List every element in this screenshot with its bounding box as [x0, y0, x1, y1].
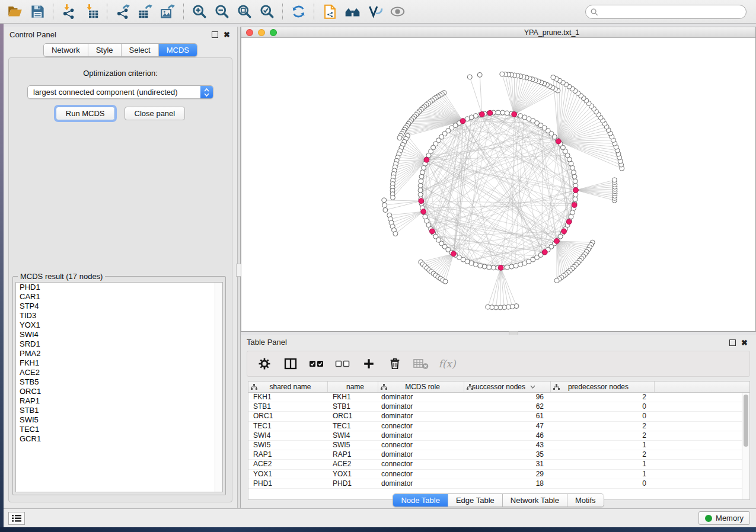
tab-mcds[interactable]: MCDS — [159, 44, 197, 56]
export-image-button[interactable] — [157, 3, 179, 21]
close-panel-action-button[interactable]: Close panel — [125, 107, 186, 120]
network-hub-node[interactable] — [424, 157, 429, 162]
tab-select[interactable]: Select — [122, 44, 159, 56]
mcds-list-scrollbar[interactable] — [215, 283, 222, 492]
share-document-button[interactable] — [318, 3, 341, 21]
window-zoom-traffic-light[interactable] — [270, 29, 277, 36]
zoom-in-button[interactable] — [188, 3, 210, 21]
network-hub-node[interactable] — [419, 198, 424, 204]
show-graphics-button[interactable] — [386, 3, 409, 21]
table-row[interactable]: PHD1PHD1dominator180 — [248, 479, 749, 489]
network-hub-node[interactable] — [487, 110, 493, 116]
table-row[interactable]: STB1STB1dominator620 — [248, 402, 749, 412]
table-row[interactable]: FKH1FKH1dominator962 — [248, 393, 749, 402]
mcds-result-item[interactable]: STB1 — [16, 406, 222, 415]
mcds-result-item[interactable]: ACE2 — [16, 368, 222, 377]
network-hub-node[interactable] — [460, 118, 465, 124]
criterion-dropdown[interactable]: largest connected component (undirected) — [27, 85, 213, 99]
zoom-selected-button[interactable] — [256, 3, 278, 21]
table-row[interactable]: ACE2ACE2connector311 — [248, 460, 749, 469]
mcds-result-item[interactable]: STB5 — [16, 377, 222, 387]
network-hub-node[interactable] — [562, 229, 567, 234]
table-row[interactable]: YOX1YOX1connector291 — [248, 470, 749, 479]
network-hub-node[interactable] — [556, 139, 561, 144]
network-hub-node[interactable] — [451, 251, 457, 257]
network-hub-node[interactable] — [479, 112, 484, 117]
network-hub-node[interactable] — [430, 229, 435, 234]
table-row[interactable]: ORC1ORC1dominator610 — [248, 412, 749, 421]
column-header-successor-nodes[interactable]: successor nodes — [464, 382, 551, 392]
window-minimize-traffic-light[interactable] — [258, 29, 265, 36]
network-hub-node[interactable] — [554, 239, 560, 244]
network-canvas[interactable] — [241, 38, 755, 331]
network-hub-node[interactable] — [512, 112, 517, 117]
open-folder-button[interactable] — [4, 3, 26, 21]
export-network-button[interactable] — [111, 3, 134, 21]
table-scrollbar[interactable] — [742, 393, 749, 499]
zoom-fit-button[interactable] — [233, 3, 256, 21]
search-network-button[interactable] — [341, 3, 363, 21]
column-header-shared-name[interactable]: shared name — [248, 382, 328, 392]
mcds-result-item[interactable]: FKH1 — [16, 358, 222, 368]
table-scrollbar-thumb[interactable] — [744, 395, 748, 447]
table-row[interactable]: TEC1TEC1connector472 — [248, 422, 749, 431]
float-table-panel-button[interactable] — [729, 339, 736, 346]
table-tab-motifs[interactable]: Motifs — [567, 494, 604, 507]
table-tab-network-table[interactable]: Network Table — [503, 494, 567, 507]
column-header-predecessor-nodes[interactable]: predecessor nodes — [551, 382, 655, 392]
table-row[interactable]: RAP1RAP1dominator352 — [248, 450, 749, 460]
refresh-button[interactable] — [287, 3, 310, 21]
search-input[interactable] — [601, 8, 741, 17]
mcds-result-item[interactable]: YOX1 — [16, 321, 222, 330]
tab-network[interactable]: Network — [44, 44, 88, 56]
close-table-panel-button[interactable]: ✖ — [741, 339, 748, 346]
run-mcds-button[interactable]: Run MCDS — [56, 107, 115, 120]
save-button[interactable] — [26, 3, 49, 21]
task-history-button[interactable] — [8, 512, 25, 525]
mcds-result-item[interactable]: SWI5 — [16, 415, 222, 425]
network-hub-node[interactable] — [566, 219, 572, 225]
memory-button[interactable]: Memory — [698, 511, 750, 525]
export-table-button[interactable] — [134, 3, 157, 21]
close-panel-button[interactable]: ✖ — [224, 31, 230, 38]
import-network-button[interactable] — [58, 3, 80, 21]
mcds-result-item[interactable]: ORC1 — [16, 387, 222, 396]
window-close-traffic-light[interactable] — [246, 29, 253, 36]
mcds-result-list[interactable]: PHD1CAR1STP4TID3YOX1SWI4SRD1PMA2FKH1ACE2… — [15, 282, 223, 492]
table-tab-edge-table[interactable]: Edge Table — [448, 494, 503, 507]
column-header-MCDS-role[interactable]: MCDS role — [378, 382, 464, 392]
table-row[interactable]: SWI5SWI5connector431 — [248, 441, 749, 450]
add-column-button[interactable] — [360, 355, 378, 373]
float-panel-button[interactable] — [212, 31, 218, 38]
mcds-result-item[interactable]: SRD1 — [16, 339, 222, 349]
table-row[interactable]: SWI4SWI4dominator462 — [248, 431, 749, 441]
control-panel: Control Panel ✖ NetworkStyleSelectMCDS O… — [4, 27, 237, 508]
vizmapper-button[interactable] — [363, 3, 386, 21]
mcds-result-item[interactable]: RAP1 — [16, 396, 222, 406]
mcds-result-item[interactable]: CAR1 — [16, 292, 222, 302]
import-table-button[interactable] — [80, 3, 103, 21]
network-hub-node[interactable] — [498, 265, 503, 271]
zoom-out-button[interactable] — [210, 3, 233, 21]
search-box[interactable] — [585, 5, 747, 19]
settings-gear-button[interactable] — [256, 355, 273, 373]
mcds-result-item[interactable]: TID3 — [16, 311, 222, 321]
network-hub-node[interactable] — [572, 203, 577, 208]
network-hub-node[interactable] — [421, 209, 426, 214]
network-hub-node[interactable] — [573, 188, 579, 193]
deselect-all-checkboxes-button[interactable] — [334, 355, 352, 373]
tab-style[interactable]: Style — [88, 44, 122, 56]
network-hub-node[interactable] — [542, 249, 547, 255]
mcds-result-item[interactable]: STP4 — [16, 302, 222, 311]
search-icon — [591, 8, 598, 16]
mcds-result-item[interactable]: GCR1 — [16, 434, 222, 444]
table-tab-node-table[interactable]: Node Table — [393, 494, 448, 507]
select-all-checkboxes-button[interactable] — [308, 355, 326, 373]
column-layout-button[interactable] — [282, 355, 299, 373]
mcds-result-item[interactable]: PHD1 — [16, 283, 222, 292]
mcds-result-item[interactable]: SWI4 — [16, 330, 222, 339]
mcds-result-item[interactable]: PMA2 — [16, 349, 222, 358]
column-header-name[interactable]: name — [328, 382, 378, 392]
mcds-result-item[interactable]: TEC1 — [16, 425, 222, 434]
delete-column-button[interactable] — [386, 355, 404, 373]
